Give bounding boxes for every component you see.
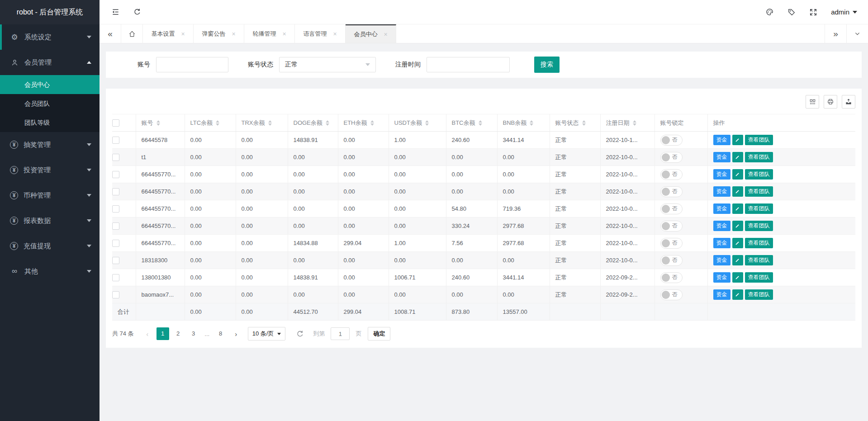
column-header-status[interactable]: 账号状态 [550,114,600,132]
edit-button[interactable] [732,152,743,162]
account-status-select[interactable]: 正常 [279,57,376,72]
sidebar-item-other[interactable]: ∞其他 [0,259,100,284]
column-header-doge[interactable]: DOGE余额 [288,114,338,132]
row-checkbox[interactable] [112,171,119,178]
lock-toggle[interactable]: 否 [660,203,683,214]
close-icon[interactable]: × [384,31,387,38]
funds-button[interactable]: 资金 [713,238,730,248]
column-header-btc[interactable]: BTC余额 [446,114,497,132]
columns-toggle-button[interactable] [806,95,819,109]
column-header-reg_date[interactable]: 注册日期 [600,114,655,132]
edit-button[interactable] [732,203,743,214]
sort-icon[interactable] [479,120,482,126]
refresh-icon[interactable] [133,8,141,16]
funds-button[interactable]: 资金 [713,221,730,231]
row-checkbox[interactable] [112,240,119,247]
column-header-usdt[interactable]: USDT余额 [389,114,446,132]
row-checkbox[interactable] [112,154,119,161]
tab-member-center[interactable]: 会员中心× [346,24,396,43]
lock-toggle[interactable]: 否 [660,272,683,283]
fullscreen-icon[interactable] [809,8,817,16]
edit-button[interactable] [732,255,743,265]
sort-icon[interactable] [268,120,272,126]
print-button[interactable] [824,95,837,109]
tabs-menu-button[interactable] [846,24,868,43]
close-icon[interactable]: × [232,31,235,37]
collapse-sidebar-icon[interactable] [111,8,120,16]
next-page-button[interactable]: › [230,327,242,340]
sidebar-item-system-settings[interactable]: ⚙系统设定 [0,24,100,50]
goto-page-input[interactable] [331,327,350,340]
sort-icon[interactable] [530,120,533,126]
sidebar-item-investment-management[interactable]: ¥投资管理 [0,157,100,183]
view-team-button[interactable]: 查看团队 [745,255,773,265]
funds-button[interactable]: 资金 [713,255,730,265]
row-checkbox[interactable] [112,257,119,264]
lock-toggle[interactable]: 否 [660,221,683,232]
row-checkbox[interactable] [112,188,119,195]
tab-carousel-management[interactable]: 轮播管理× [244,24,295,43]
sort-icon[interactable] [370,120,374,126]
sort-icon[interactable] [326,120,329,126]
lock-toggle[interactable]: 否 [660,152,683,163]
pagination-refresh-icon[interactable] [296,330,304,338]
lock-toggle[interactable]: 否 [660,169,683,180]
page-size-select[interactable]: 10 条/页 [248,327,286,341]
row-checkbox[interactable] [112,205,119,213]
view-team-button[interactable]: 查看团队 [745,169,773,180]
close-icon[interactable]: × [333,31,337,37]
view-team-button[interactable]: 查看团队 [745,152,773,162]
tabs-scroll-left-button[interactable]: « [100,24,121,43]
page-2[interactable]: 2 [172,327,185,340]
sort-icon[interactable] [216,120,219,126]
page-3[interactable]: 3 [187,327,200,340]
export-button[interactable] [842,95,855,109]
select-all-checkbox[interactable] [112,119,119,127]
sidebar-item-recharge-withdraw[interactable]: ¥充值提现 [0,233,100,259]
account-input[interactable] [156,57,228,72]
column-header-trx[interactable]: TRX余额 [236,114,288,132]
lock-toggle[interactable]: 否 [660,255,683,266]
close-icon[interactable]: × [181,31,185,37]
view-team-button[interactable]: 查看团队 [745,289,773,300]
sort-icon[interactable] [157,120,160,126]
sidebar-item-report-data[interactable]: ¥报表数据 [0,208,100,233]
view-team-button[interactable]: 查看团队 [745,186,773,197]
edit-button[interactable] [732,169,743,180]
sidebar-item-member-management[interactable]: 会员管理 [0,50,100,75]
close-icon[interactable]: × [282,31,286,37]
prev-page-button[interactable]: ‹ [141,327,154,340]
sidebar-item-currency-management[interactable]: ¥币种管理 [0,183,100,208]
goto-confirm-button[interactable]: 确定 [368,327,390,341]
lock-toggle[interactable]: 否 [660,238,683,249]
sidebar-item-lottery-management[interactable]: ¥抽奖管理 [0,132,100,157]
lock-toggle[interactable]: 否 [660,135,683,146]
edit-button[interactable] [732,289,743,300]
funds-button[interactable]: 资金 [713,152,730,162]
sort-icon[interactable] [425,120,429,126]
funds-button[interactable]: 资金 [713,289,730,300]
sidebar-item-member-center[interactable]: 会员中心 [0,75,100,94]
page-8[interactable]: 8 [214,327,227,340]
user-menu[interactable]: admin [831,8,857,16]
search-button[interactable]: 搜索 [534,57,560,73]
sidebar-item-team-level[interactable]: 团队等级 [0,113,100,132]
funds-button[interactable]: 资金 [713,203,730,214]
lock-toggle[interactable]: 否 [660,186,683,197]
page-1[interactable]: 1 [157,327,169,340]
funds-button[interactable]: 资金 [713,272,730,283]
tabs-scroll-right-button[interactable]: » [825,24,846,43]
edit-button[interactable] [732,238,743,248]
funds-button[interactable]: 资金 [713,186,730,197]
home-tab-button[interactable] [121,24,143,43]
register-time-input[interactable] [427,57,510,72]
view-team-button[interactable]: 查看团队 [745,203,773,214]
view-team-button[interactable]: 查看团队 [745,238,773,248]
funds-button[interactable]: 资金 [713,135,730,145]
row-checkbox[interactable] [112,137,119,144]
row-checkbox[interactable] [112,222,119,230]
tag-icon[interactable] [787,8,796,16]
view-team-button[interactable]: 查看团队 [745,135,773,145]
sort-icon[interactable] [582,120,586,126]
sort-icon[interactable] [633,120,636,126]
